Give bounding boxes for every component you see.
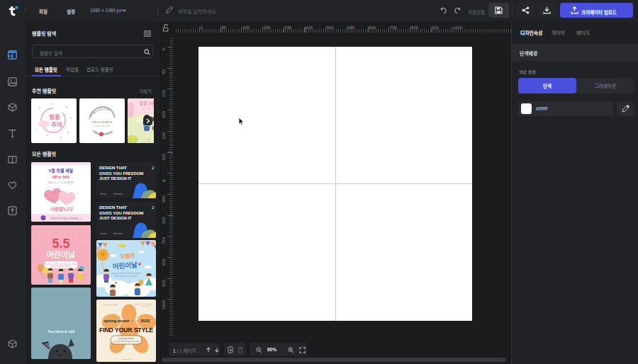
svg-text:spring picnic: spring picnic <box>142 108 152 110</box>
svg-text:어린이날: 어린이날 <box>47 250 75 259</box>
svg-text:5.5: 5.5 <box>52 237 69 251</box>
svg-text:le temps des fleurs: le temps des fleurs <box>94 125 111 127</box>
svg-text:You blow & still: You blow & still <box>47 329 75 334</box>
svg-text:5월 특별 세일: 5월 특별 세일 <box>49 168 74 174</box>
svg-text:JUST DESIGN IT: JUST DESIGN IT <box>99 216 132 220</box>
svg-text:JUST DESIGN IT: JUST DESIGN IT <box>99 176 132 181</box>
svg-text:2022: 2022 <box>140 319 150 323</box>
svg-text:우리아이 사랑한 만큼 5월5일 어린이날: 우리아이 사랑한 만큼 5월5일 어린이날 <box>111 272 141 275</box>
svg-text:GIVES YOU FREEDOM: GIVES YOU FREEDOM <box>99 171 144 176</box>
svg-text:소중한 우리들의 어린이날: 소중한 우리들의 어린이날 <box>50 265 72 268</box>
svg-text:오월은: 오월은 <box>120 251 135 259</box>
svg-text:spring event: spring event <box>103 319 129 323</box>
svg-text:나만의 스타일을 찾기: 나만의 스타일을 찾기 <box>118 337 135 340</box>
svg-text:2: 2 <box>152 166 155 170</box>
svg-text:spring event: spring event <box>122 358 130 360</box>
svg-text:PRINTEMPS: PRINTEMPS <box>91 120 112 124</box>
svg-text:사랑합니다: 사랑합니다 <box>50 207 74 212</box>
svg-text:2: 2 <box>152 205 155 210</box>
svg-text:2022. 5. 1 ~ 5. 31 할인전: 2022. 5. 1 ~ 5. 31 할인전 <box>48 181 74 184</box>
svg-text:DESIGN THAT: DESIGN THAT <box>99 205 127 210</box>
svg-text:벚꽃 구경: 벚꽃 구경 <box>140 101 154 106</box>
svg-text:사랑의 말 마음을 전하세요 :-): 사랑의 말 마음을 전하세요 :-) <box>50 217 82 220</box>
svg-text:어린이날: 어린이날 <box>112 261 138 270</box>
svg-text:FIND YOUR STYLE: FIND YOUR STYLE <box>99 326 153 334</box>
svg-text:spring event & 2022: spring event & 2022 <box>103 304 118 306</box>
svg-text:DESIGN THAT: DESIGN THAT <box>99 166 127 170</box>
svg-text:당신 만의 스타일을 찾아 떠나는 여행: 당신 만의 스타일을 찾아 떠나는 여행 <box>113 340 139 343</box>
svg-text:추억: 추억 <box>51 121 62 128</box>
svg-text:UP to 50%: UP to 50% <box>52 175 70 179</box>
svg-text:find your style: find your style <box>141 305 150 307</box>
svg-text:소중한 우리들의 어느 어린이날: 소중한 우리들의 어느 어린이날 <box>114 275 138 278</box>
svg-text:벚꽃: 벚꽃 <box>49 113 60 120</box>
svg-text:GIVES YOU FREEDOM: GIVES YOU FREEDOM <box>99 210 144 215</box>
